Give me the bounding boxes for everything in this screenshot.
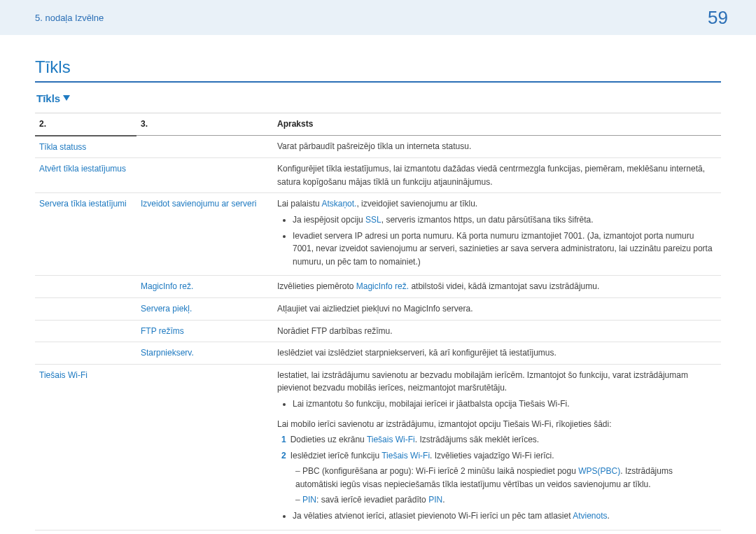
list-item: 2Ieslēdziet ierīcē funkciju Tiešais Wi-F… (281, 449, 717, 507)
row-sublabel: Starpniekserv. (136, 342, 273, 365)
section-label: Tīkls (36, 92, 60, 104)
row-label: Atvērt tīkla iestatījumus (35, 158, 136, 193)
table-row: FTP režīms Norādiet FTP darbības režīmu. (35, 320, 721, 342)
row-label: Servera tīkla iestatījumi (35, 193, 136, 276)
col-3-header: Apraksts (273, 113, 721, 136)
row-desc: Izvēlieties piemēroto MagicInfo rež. atb… (273, 276, 721, 298)
row-label: Tiešais Wi-Fi (35, 364, 136, 530)
triangle-down-icon (63, 92, 70, 104)
row-sublabel: Izveidot savienojumu ar serveri (136, 193, 273, 276)
list-item: PBC (konfigurēšana ar pogu): Wi-Fi ierīc… (295, 465, 717, 491)
row-desc: Iestatiet, lai izstrādājumu savienotu ar… (273, 364, 721, 530)
row-desc: Konfigurējiet tīkla iestatījumus, lai iz… (273, 158, 721, 193)
table-row: Tiešais Wi-Fi Iestatiet, lai izstrādājum… (35, 364, 721, 530)
section-heading: Tīkls (35, 92, 70, 104)
row-desc: Atļaujiet vai aizliedziet piekļuvi no Ma… (273, 297, 721, 320)
page-number: 59 (708, 7, 728, 29)
list-item: Ja vēlaties atvienot ierīci, atlasiet pi… (293, 510, 717, 523)
list-item: Ievadiet servera IP adresi un porta numu… (293, 230, 717, 269)
list-item: Lai izmantotu šo funkciju, mobilajai ier… (293, 398, 717, 411)
row-desc: Ieslēdziet vai izslēdziet starpniekserve… (273, 342, 721, 365)
row-sublabel: FTP režīms (136, 320, 273, 342)
col-2-header: 3. (136, 113, 273, 136)
list-item: PIN: savā ierīcē ievadiet parādīto PIN. (295, 493, 717, 507)
row-desc: Norādiet FTP darbības režīmu. (273, 320, 721, 342)
col-1-header: 2. (35, 113, 136, 136)
row-label: Tīkla statuss (35, 136, 136, 158)
row-sublabel: MagicInfo rež. (136, 276, 273, 298)
table-row: Servera piekļ. Atļaujiet vai aizliedziet… (35, 297, 721, 320)
row-desc: Varat pārbaudīt pašreizējo tīkla un inte… (273, 136, 721, 158)
settings-table: 2. 3. Apraksts Tīkla statuss Varat pārba… (35, 113, 721, 531)
table-row: Atvērt tīkla iestatījumus Konfigurējiet … (35, 158, 721, 193)
page-title: Tīkls (35, 57, 721, 83)
table-row: Tīkla statuss Varat pārbaudīt pašreizējo… (35, 136, 721, 158)
table-row: Starpniekserv. Ieslēdziet vai izslēdziet… (35, 342, 721, 365)
svg-marker-0 (63, 95, 70, 101)
table-row: Servera tīkla iestatījumi Izveidot savie… (35, 193, 721, 276)
list-item: Ja iespējosit opciju SSL, serveris izman… (293, 213, 717, 227)
row-desc: Lai palaistu Atskaņot., izveidojiet savi… (273, 193, 721, 276)
table-row: MagicInfo rež. Izvēlieties piemēroto Mag… (35, 276, 721, 298)
breadcrumb: 5. nodaļa Izvēlne (35, 13, 104, 23)
row-sublabel: Servera piekļ. (136, 297, 273, 320)
list-item: 1Dodieties uz ekrānu Tiešais Wi-Fi. Izst… (281, 433, 717, 447)
